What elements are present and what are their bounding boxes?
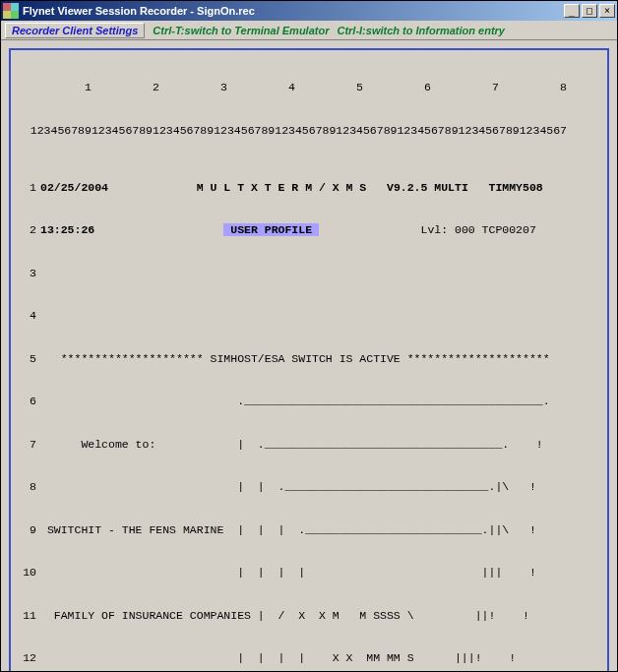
content-area: 1 2 3 4 5 6 7 8 123456789123456789123456…: [1, 40, 617, 671]
window-title: Flynet Viewer Session Recorder - SignOn.…: [23, 5, 562, 17]
term-date: 02/25/2004: [40, 181, 108, 194]
close-window-button[interactable]: ×: [599, 4, 615, 18]
term-appname: M U L T X T E R M / X M S: [197, 181, 367, 194]
terminal-panel: 1 2 3 4 5 6 7 8 123456789123456789123456…: [9, 48, 609, 671]
term-version: V9.2.5 MULTI TIMMY508: [387, 181, 543, 194]
term-banner: ********************* SIMHOST/ESA SWITCH…: [40, 352, 601, 367]
app-window: Flynet Viewer Session Recorder - SignOn.…: [0, 0, 618, 672]
recorder-client-settings-menu[interactable]: Recorder Client Settings: [5, 23, 145, 38]
term-time: 13:25:26: [40, 223, 94, 236]
app-icon: [3, 3, 19, 19]
hint-ctrl-i: Ctrl-I:switch to Information entry: [337, 25, 505, 36]
hint-ctrl-t: Ctrl-T:switch to Terminal Emulator: [153, 25, 329, 36]
minimize-button[interactable]: _: [564, 4, 580, 18]
terminal-screen[interactable]: 1 2 3 4 5 6 7 8 123456789123456789123456…: [17, 52, 601, 671]
ruler-tens: 1 2 3 4 5 6 7 8: [17, 81, 601, 95]
menubar: Recorder Client Settings Ctrl-T:switch t…: [1, 21, 617, 40]
maximize-button[interactable]: □: [582, 4, 597, 18]
titlebar: Flynet Viewer Session Recorder - SignOn.…: [1, 1, 617, 21]
term-userprofile-highlight: USER PROFILE: [223, 223, 319, 236]
ruler-ones: 1234567891234567891234567891234567891234…: [17, 124, 601, 139]
term-session-id: Lvl: 000 TCP00207: [421, 223, 536, 236]
